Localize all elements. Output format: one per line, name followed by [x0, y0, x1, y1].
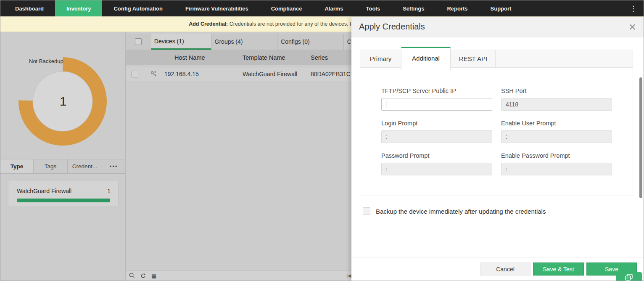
- nav-item-inventory[interactable]: Inventory: [55, 0, 103, 16]
- panel-title: Apply Credentials: [359, 22, 425, 32]
- tab-primary[interactable]: Primary: [360, 50, 401, 67]
- overflow-menu-icon[interactable]: ⋮: [623, 0, 644, 16]
- panel-footer: Cancel Save & Test Save: [351, 257, 644, 281]
- tftp-scp-server-public-ip-label: TFTP/SCP Server Public IP: [381, 87, 492, 94]
- close-icon[interactable]: ×: [628, 20, 636, 34]
- text-caret: [386, 101, 386, 108]
- banner-title: Add Credential:: [189, 21, 228, 27]
- password-prompt-field[interactable]: [381, 163, 492, 175]
- nav-item-compliance[interactable]: Compliance: [260, 0, 314, 16]
- nav-item-dashboard[interactable]: Dashboard: [4, 0, 55, 16]
- ssh-port-label: SSH Port: [501, 87, 612, 94]
- nav-item-settings[interactable]: Settings: [391, 0, 435, 16]
- tftp-scp-server-public-ip-field[interactable]: [381, 98, 492, 111]
- nav-item-tools[interactable]: Tools: [354, 0, 391, 16]
- tab-rest-api[interactable]: REST API: [451, 50, 496, 67]
- backup-immediately-option: Backup the device immediately after upda…: [363, 207, 546, 216]
- login-prompt-field[interactable]: [381, 130, 492, 143]
- enable-user-prompt-field[interactable]: [501, 130, 612, 143]
- enable-user-prompt-label: Enable User Prompt: [501, 120, 612, 127]
- nav-item-firmware-vulnerabilities[interactable]: Firmware Vulnerabilities: [174, 0, 260, 16]
- backup-immediately-checkbox[interactable]: [363, 207, 370, 215]
- top-nav: Dashboard Inventory Config Automation Fi…: [0, 0, 644, 16]
- tab-additional[interactable]: Additional: [401, 47, 451, 70]
- credential-tabbar: Primary REST API Additional: [360, 50, 633, 68]
- nav-item-reports[interactable]: Reports: [435, 0, 479, 16]
- panel-header: Apply Credentials ×: [351, 17, 644, 37]
- nav-item-alarms[interactable]: Alarms: [313, 0, 354, 16]
- scrollbar-thumb[interactable]: [639, 77, 642, 198]
- feedback-widget-button[interactable]: [616, 272, 642, 281]
- nav-item-config-automation[interactable]: Config Automation: [102, 0, 174, 16]
- password-prompt-label: Password Prompt: [381, 152, 492, 159]
- save-and-test-button[interactable]: Save & Test: [533, 262, 584, 276]
- backup-immediately-label: Backup the device immediately after upda…: [376, 207, 546, 216]
- login-prompt-label: Login Prompt: [381, 120, 492, 127]
- apply-credentials-panel: Apply Credentials × Primary REST API Add…: [351, 17, 644, 281]
- dim-overlay: [0, 32, 351, 281]
- cancel-button[interactable]: Cancel: [480, 262, 531, 276]
- enable-password-prompt-label: Enable Password Prompt: [501, 152, 612, 159]
- nav-item-support[interactable]: Support: [479, 0, 523, 16]
- additional-credentials-form: TFTP/SCP Server Public IP SSH Port Login…: [360, 68, 633, 196]
- cascading-windows-icon: [624, 273, 633, 281]
- ssh-port-field[interactable]: [501, 98, 612, 111]
- app-window: Dashboard Inventory Config Automation Fi…: [0, 0, 644, 281]
- enable-password-prompt-field[interactable]: [501, 163, 612, 175]
